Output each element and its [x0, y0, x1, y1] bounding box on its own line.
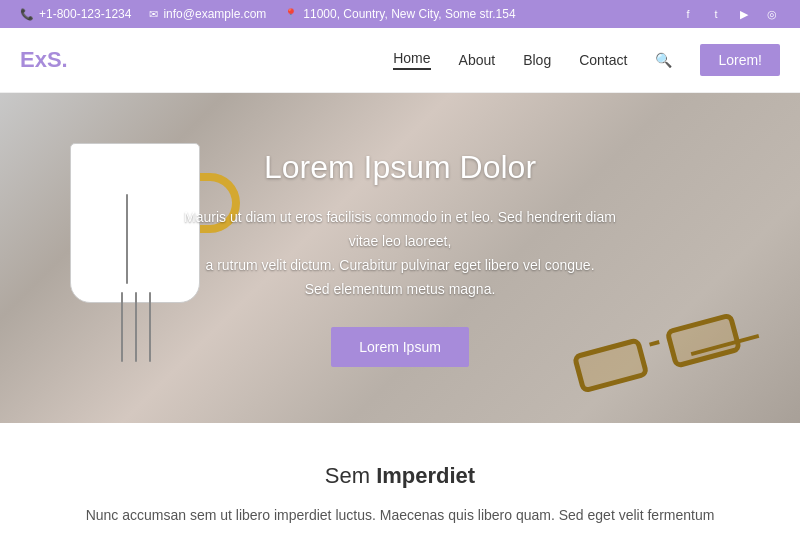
- intro-section: Sem Imperdiet Nunc accumsan sem ut liber…: [0, 423, 800, 541]
- nav-home[interactable]: Home: [393, 50, 430, 70]
- main-nav: Home About Blog Contact Lorem!: [393, 44, 780, 76]
- logo: ExS.: [20, 47, 68, 73]
- mail-icon: [149, 7, 158, 21]
- header: ExS. Home About Blog Contact Lorem!: [0, 28, 800, 93]
- nav-about[interactable]: About: [459, 52, 496, 68]
- instagram-icon[interactable]: ◎: [764, 6, 780, 22]
- youtube-icon[interactable]: ▶: [736, 6, 752, 22]
- phone-icon: [20, 7, 34, 21]
- pin-icon: [284, 7, 298, 21]
- twitter-icon[interactable]: t: [708, 6, 724, 22]
- nav-blog[interactable]: Blog: [523, 52, 551, 68]
- hero-description: Mauris ut diam ut eros facilisis commodo…: [170, 206, 630, 301]
- nav-contact[interactable]: Contact: [579, 52, 627, 68]
- section-description: Nunc accumsan sem ut libero imperdiet lu…: [50, 504, 750, 526]
- hero-section: Lorem Ipsum Dolor Mauris ut diam ut eros…: [0, 93, 800, 423]
- facebook-icon[interactable]: f: [680, 6, 696, 22]
- hero-title: Lorem Ipsum Dolor: [170, 149, 630, 186]
- hero-button[interactable]: Lorem Ipsum: [331, 327, 469, 367]
- top-bar: +1-800-123-1234 info@example.com 11000, …: [0, 0, 800, 28]
- email-contact: info@example.com: [149, 7, 266, 21]
- section-title: Sem Imperdiet: [20, 463, 780, 489]
- top-bar-contacts: +1-800-123-1234 info@example.com 11000, …: [20, 7, 516, 21]
- hero-content: Lorem Ipsum Dolor Mauris ut diam ut eros…: [150, 129, 650, 386]
- cta-button[interactable]: Lorem!: [700, 44, 780, 76]
- social-links: f t ▶ ◎: [680, 6, 780, 22]
- address-text: 11000, Country, New City, Some str.154: [303, 7, 515, 21]
- search-icon[interactable]: [655, 51, 672, 69]
- phone-contact: +1-800-123-1234: [20, 7, 131, 21]
- email-address: info@example.com: [163, 7, 266, 21]
- address-contact: 11000, Country, New City, Some str.154: [284, 7, 515, 21]
- phone-number: +1-800-123-1234: [39, 7, 131, 21]
